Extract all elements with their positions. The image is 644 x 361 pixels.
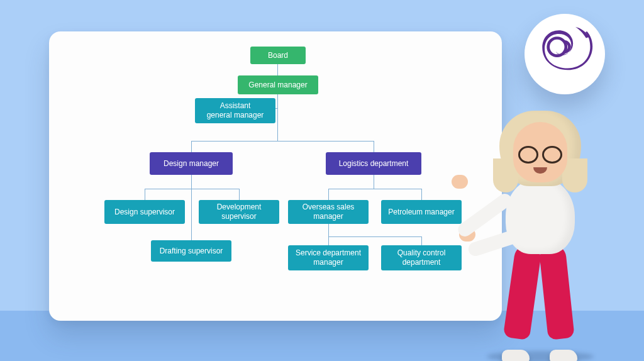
connector — [277, 108, 278, 141]
node-service-department-manager: Service department manager — [288, 245, 369, 270]
node-design-manager: Design manager — [150, 152, 233, 175]
node-board: Board — [250, 47, 306, 64]
connector — [145, 189, 239, 189]
connector — [191, 141, 192, 152]
connector — [191, 141, 374, 142]
connector — [374, 175, 374, 189]
connector — [328, 236, 421, 237]
connector — [374, 141, 374, 152]
connector — [328, 189, 421, 189]
connector — [145, 189, 145, 200]
node-quality-control-department: Quality control department — [381, 245, 462, 270]
connector — [421, 236, 422, 245]
node-overseas-sales-manager: Overseas sales manager — [288, 200, 369, 224]
connector — [328, 236, 329, 245]
node-assistant-general-manager: Assistant general manager — [195, 98, 275, 123]
org-chart-card: Board General manager Assistant general … — [49, 31, 502, 321]
connector — [328, 224, 329, 236]
node-general-manager: General manager — [238, 75, 318, 94]
node-design-supervisor: Design supervisor — [104, 200, 185, 224]
node-petroleum-manager: Petroleum manager — [381, 200, 462, 224]
connector — [421, 189, 422, 200]
connector — [277, 64, 278, 75]
connector — [239, 189, 240, 200]
node-drafting-supervisor: Drafting supervisor — [151, 240, 231, 262]
node-development-supervisor: Development supervisor — [199, 200, 279, 224]
connector — [277, 94, 278, 108]
blazor-logo-icon — [535, 23, 594, 85]
connector — [191, 175, 192, 189]
connector — [191, 189, 192, 240]
connector — [328, 189, 329, 200]
node-logistics-department: Logistics department — [326, 152, 421, 175]
blazor-logo-badge — [525, 14, 605, 94]
